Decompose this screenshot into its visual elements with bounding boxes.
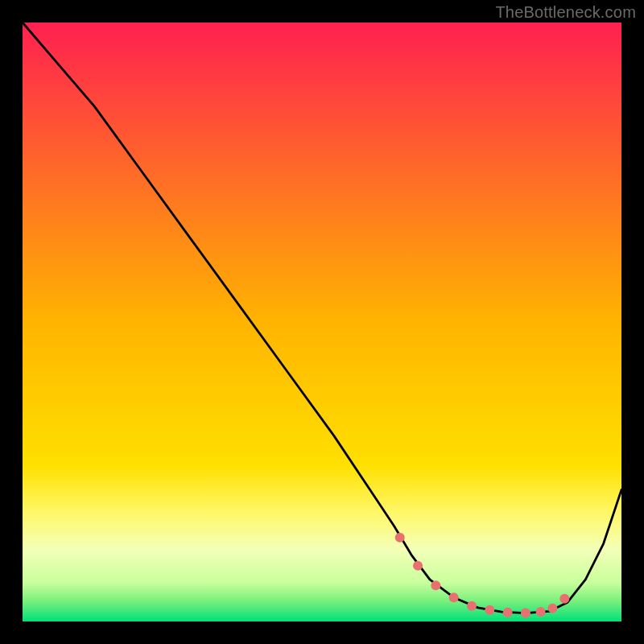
marker-dot xyxy=(485,605,494,615)
marker-dot xyxy=(559,594,569,604)
plot-background xyxy=(23,23,621,621)
marker-dot xyxy=(467,601,477,611)
watermark-label: TheBottleneck.com xyxy=(495,3,636,22)
marker-dot xyxy=(395,533,405,543)
bottleneck-chart xyxy=(0,0,644,644)
chart-stage: TheBottleneck.com xyxy=(0,0,644,644)
marker-dot xyxy=(431,580,440,590)
marker-dot xyxy=(449,592,459,602)
marker-dot xyxy=(547,604,557,613)
marker-dot xyxy=(536,607,546,617)
marker-dot xyxy=(521,609,530,618)
marker-dot xyxy=(503,608,513,617)
marker-dot xyxy=(413,561,423,571)
